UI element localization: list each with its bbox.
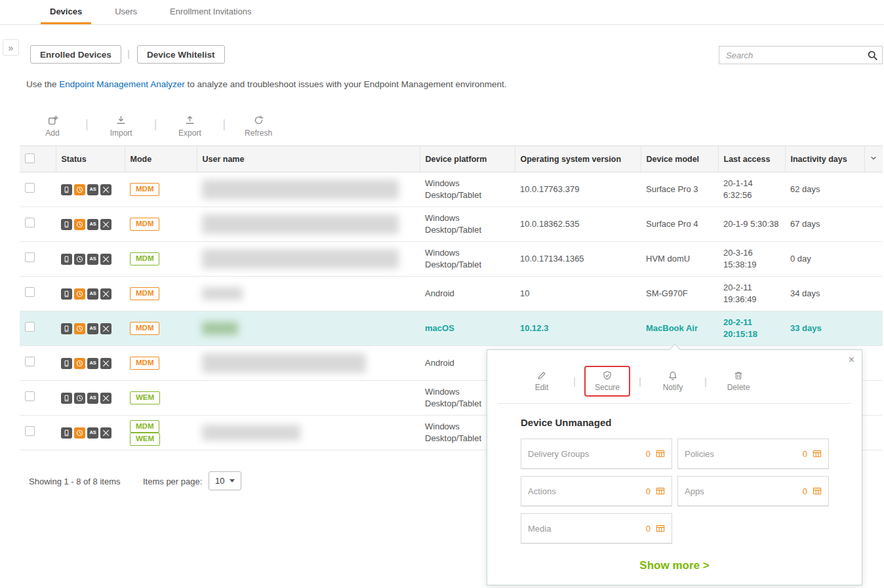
table-row[interactable]: ASMDMAndroid10SM-G970F20-2-11 19:36:4934… (20, 277, 883, 311)
device-actions-popup: × Edit|Secure|Notify|Delete Device Unman… (487, 349, 862, 585)
export-button[interactable]: Export (174, 115, 205, 138)
cell-spacer (864, 381, 883, 416)
secure-button[interactable]: Secure (584, 366, 630, 397)
as-status-icon: AS (87, 254, 98, 265)
toolbar-button-label: Import (110, 128, 132, 138)
popup-close-button[interactable]: × (849, 354, 854, 366)
grid-icon (656, 449, 665, 458)
cell-inactivity-days: 0 day (785, 242, 864, 277)
notify-button[interactable]: Notify (650, 366, 696, 397)
row-checkbox[interactable] (25, 218, 35, 227)
toolbar-button-label: Add (45, 128, 59, 138)
action-label: Delete (727, 383, 750, 392)
toolbar-separator: | (154, 117, 157, 131)
tab-devices[interactable]: Devices (41, 0, 91, 24)
mode-badge: MDM (130, 287, 159, 300)
select-all-checkbox[interactable] (25, 153, 35, 163)
cell-user-name (197, 416, 420, 450)
column-header-device-platform[interactable]: Device platform (420, 146, 515, 172)
summary-tile-apps[interactable]: Apps0 (677, 476, 829, 506)
tile-label: Delivery Groups (528, 449, 646, 459)
column-header-user-name[interactable]: User name (197, 146, 420, 172)
search-input[interactable] (726, 50, 867, 60)
search-icon[interactable] (867, 50, 878, 61)
summary-tile-delivery-groups[interactable]: Delivery Groups0 (521, 439, 672, 469)
user-name-redacted (202, 180, 399, 199)
summary-tile-media[interactable]: Media0 (521, 513, 672, 543)
mode-badge: MDM (130, 322, 159, 335)
device-status-icon (61, 427, 72, 439)
device-whitelist-button[interactable]: Device Whitelist (137, 45, 225, 64)
column-header-status[interactable]: Status (56, 146, 125, 172)
tile-count: 0 (803, 486, 807, 496)
cell-inactivity-days: 67 days (785, 207, 864, 242)
import-button[interactable]: Import (106, 115, 137, 138)
edit-button[interactable]: Edit (519, 366, 565, 397)
mode-badge: MDM (130, 357, 159, 370)
row-checkbox[interactable] (25, 357, 35, 366)
tab-users[interactable]: Users (106, 0, 146, 24)
cell-platform: Windows Desktop/Tablet (420, 242, 515, 277)
banner-text-before: Use the (26, 79, 59, 89)
action-label: Edit (535, 383, 549, 392)
cell-select (20, 277, 56, 311)
user-name-redacted (202, 425, 300, 441)
column-header-mode[interactable]: Mode (125, 146, 197, 172)
device-status-icon (61, 219, 72, 230)
cell-platform: Android (420, 277, 515, 311)
enrolled-devices-button[interactable]: Enrolled Devices (30, 45, 121, 64)
export-icon (184, 115, 195, 126)
toolbar-button-label: Refresh (245, 128, 272, 138)
cell-os-version: 10.12.3 (515, 311, 641, 346)
shuffle-status-icon (100, 427, 111, 439)
tab-enrollment-invitations[interactable]: Enrollment Invitations (161, 0, 260, 24)
table-row[interactable]: ASMDMmacOS10.12.3MacBook Air20-2-11 20:1… (20, 311, 883, 346)
chevron-down-icon (869, 153, 878, 163)
search-box (719, 46, 883, 64)
row-checkbox[interactable] (25, 183, 35, 193)
action-separator: | (565, 376, 584, 387)
status-icons: AS (61, 358, 119, 369)
cell-spacer (864, 277, 883, 311)
refresh-button[interactable]: Refresh (243, 115, 274, 138)
column-header-inactivity-days[interactable]: Inactivity days (785, 146, 864, 172)
table-row[interactable]: ASMDMWindows Desktop/Tablet10.0.18362.53… (20, 207, 883, 242)
column-header-device-model[interactable]: Device model (641, 146, 718, 172)
device-status-icon (61, 254, 72, 265)
status-icons: AS (61, 427, 119, 439)
column-settings-button[interactable] (864, 146, 883, 172)
show-more-link[interactable]: Show more > (487, 559, 862, 572)
cell-mode: MDM (125, 277, 197, 311)
tile-label: Media (528, 524, 646, 534)
cell-mode: MDM (125, 311, 197, 346)
column-header-last-access[interactable]: Last access (718, 146, 785, 172)
summary-tile-actions[interactable]: Actions0 (521, 476, 672, 506)
cell-mode: MDM (125, 346, 197, 381)
mode-badge: WEM (130, 391, 160, 404)
user-name-redacted (202, 322, 238, 335)
clock-status-icon (74, 184, 85, 195)
column-header-operating-system-version[interactable]: Operating system version (515, 146, 641, 172)
table-row[interactable]: ASMDMWindows Desktop/Tablet10.0.17763.37… (20, 172, 883, 207)
cell-select (20, 172, 56, 207)
as-status-icon: AS (87, 358, 98, 369)
row-checkbox[interactable] (25, 252, 35, 262)
cell-status: AS (56, 346, 125, 381)
row-checkbox[interactable] (25, 287, 35, 297)
cell-inactivity-days: 34 days (785, 277, 864, 311)
add-button[interactable]: Add (37, 115, 68, 138)
sidebar-expand-button[interactable]: » (3, 39, 19, 56)
delete-button[interactable]: Delete (715, 366, 761, 397)
row-checkbox[interactable] (25, 322, 35, 332)
row-checkbox[interactable] (25, 426, 35, 436)
import-icon (115, 115, 127, 126)
table-row[interactable]: ASMDMWindows Desktop/Tablet10.0.17134.13… (20, 242, 883, 277)
cell-mode: WEM (125, 381, 197, 416)
mode-badge: MDM (130, 252, 159, 265)
row-checkbox[interactable] (25, 391, 35, 401)
summary-tile-policies[interactable]: Policies0 (677, 439, 829, 469)
cell-platform: Windows Desktop/Tablet (420, 207, 515, 242)
items-per-page-select[interactable]: 10 (209, 471, 241, 490)
endpoint-management-analyzer-link[interactable]: Endpoint Management Analyzer (59, 79, 184, 89)
items-per-page-label: Items per page: (143, 477, 202, 486)
